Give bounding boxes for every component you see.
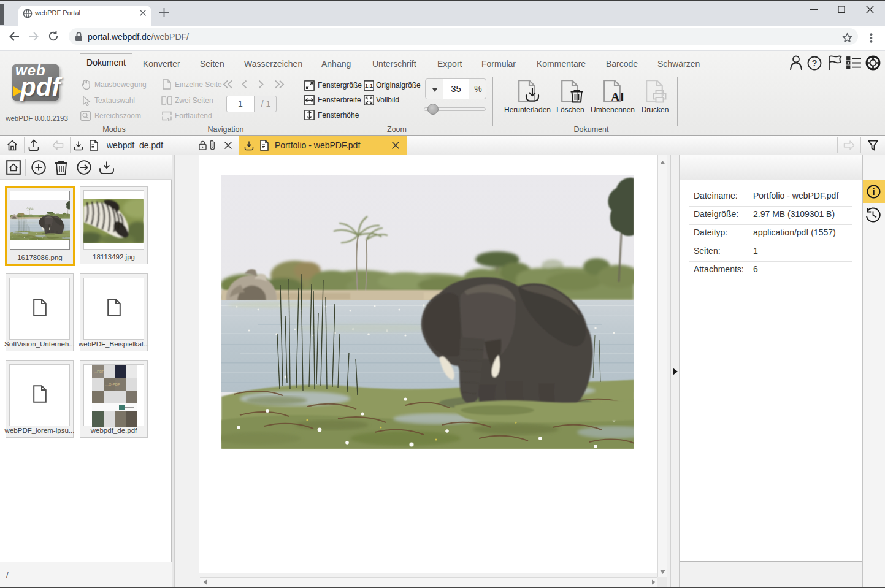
svg-text:...PDF: ...PDF (94, 370, 104, 373)
svg-text:?: ? (812, 58, 818, 68)
svg-text:...O-PDF: ...O-PDF (105, 383, 120, 386)
svg-text:1:1: 1:1 (365, 83, 373, 89)
